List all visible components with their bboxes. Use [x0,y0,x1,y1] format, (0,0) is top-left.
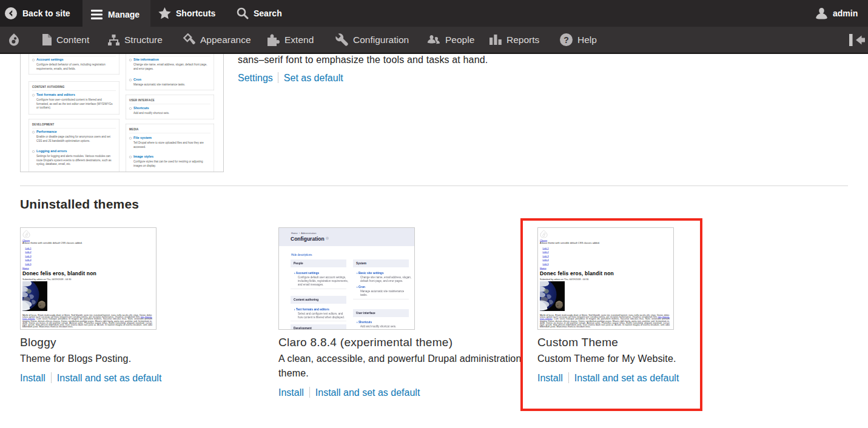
svg-text:?: ? [564,35,569,45]
